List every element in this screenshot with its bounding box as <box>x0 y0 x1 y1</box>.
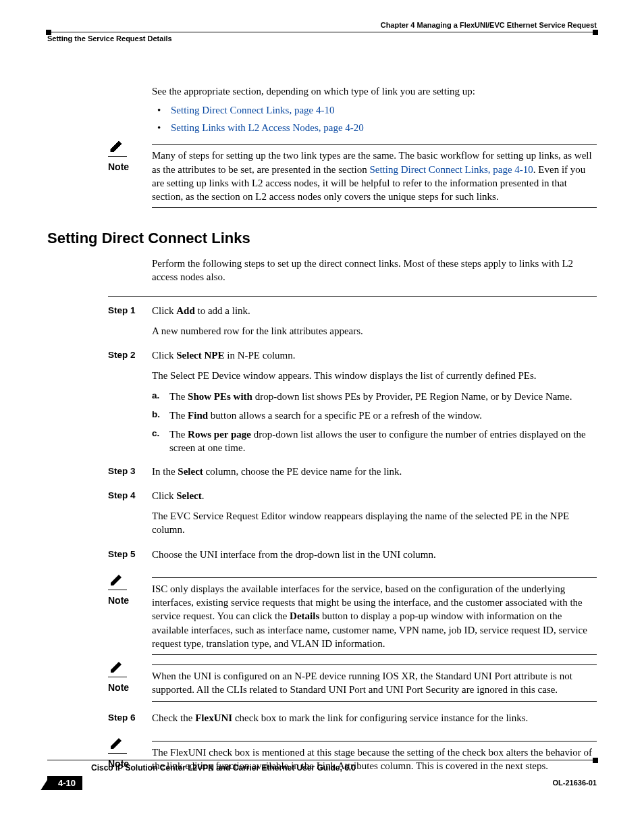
step-text: The Select PE Device window appears. Thi… <box>152 369 597 382</box>
header-section: Setting the Service Request Details <box>47 34 597 44</box>
note-block: Note ISC only displays the available int… <box>108 577 597 655</box>
page-number-badge: 4-10 <box>47 776 82 791</box>
step-row: Step 5 Choose the UNI interface from the… <box>108 548 597 568</box>
note-body: When the UNI is configured on an N-PE de… <box>152 664 597 702</box>
list-item: Setting Direct Connect Links, page 4-10 <box>152 103 597 117</box>
step-text: Click Add to add a link. <box>152 304 597 317</box>
substep: b. The Find button allows a search for a… <box>152 409 597 422</box>
pencil-icon <box>108 741 127 754</box>
link-direct-connect[interactable]: Setting Direct Connect Links, page 4-10 <box>171 105 334 115</box>
step-label: Step 5 <box>108 548 152 568</box>
step-row: Step 2 Click Select NPE in N-PE column. … <box>108 348 597 461</box>
note-body: ISC only displays the available interfac… <box>152 577 597 655</box>
header-rule <box>47 32 597 32</box>
substep: c. The Rows per page drop-down list allo… <box>152 427 597 455</box>
substep: a. The Show PEs with drop-down list show… <box>152 390 597 403</box>
header-chapter: Chapter 4 Managing a FlexUNI/EVC Etherne… <box>47 20 597 30</box>
pencil-icon <box>108 664 127 677</box>
intro-bullet-list: Setting Direct Connect Links, page 4-10 … <box>152 103 597 135</box>
note-body: Many of steps for setting up the two lin… <box>152 144 597 208</box>
list-item: Setting Links with L2 Access Nodes, page… <box>152 121 597 134</box>
note-block: Note Many of steps for setting up the tw… <box>108 144 597 208</box>
steps-top-rule <box>108 296 597 297</box>
step-label: Step 4 <box>108 489 152 544</box>
step-text: Click Select NPE in N-PE column. <box>152 348 597 362</box>
step-text: A new numbered row for the link attribut… <box>152 324 597 338</box>
step-label: Step 1 <box>108 304 152 345</box>
step-label: Step 3 <box>108 465 152 485</box>
step-text: In the Select column, choose the PE devi… <box>152 465 597 478</box>
step-text: The EVC Service Request Editor window re… <box>152 509 597 537</box>
page-footer: Cisco IP Solution Center L2VPN and Carri… <box>47 760 597 791</box>
pencil-icon <box>108 144 127 157</box>
footer-doc-title: Cisco IP Solution Center L2VPN and Carri… <box>91 762 597 773</box>
section-intro: Perform the following steps to set up th… <box>152 257 597 284</box>
note-block: Note When the UNI is configured on an N-… <box>108 664 597 702</box>
section-heading: Setting Direct Connect Links <box>47 228 597 249</box>
note-label: Note <box>108 594 152 607</box>
step-row: Step 6 Check the FlexUNI check box to ma… <box>108 711 597 731</box>
link-inline-direct-connect[interactable]: Setting Direct Connect Links, page 4-10 <box>369 164 533 175</box>
step-row: Step 4 Click Select. The EVC Service Req… <box>108 489 597 544</box>
step-label: Step 6 <box>108 711 152 731</box>
pencil-icon <box>108 577 127 590</box>
link-l2-access[interactable]: Setting Links with L2 Access Nodes, page… <box>171 122 364 133</box>
footer-doc-id: OL-21636-01 <box>553 778 597 788</box>
step-text: Choose the UNI interface from the drop-d… <box>152 548 597 561</box>
step-text: Check the FlexUNI check box to mark the … <box>152 711 597 725</box>
note-label: Note <box>108 681 152 694</box>
step-label: Step 2 <box>108 348 152 461</box>
step-row: Step 3 In the Select column, choose the … <box>108 465 597 485</box>
step-text: Click Select. <box>152 489 597 502</box>
note-label: Note <box>108 161 152 174</box>
step-row: Step 1 Click Add to add a link. A new nu… <box>108 304 597 345</box>
intro-text: See the appropriate section, depending o… <box>152 84 597 98</box>
